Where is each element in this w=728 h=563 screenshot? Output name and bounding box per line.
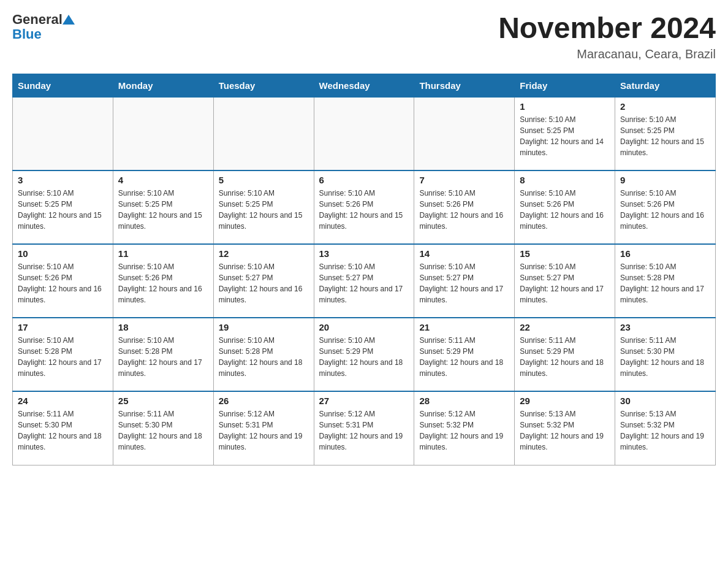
day-number: 29 — [520, 396, 610, 406]
day-info: Sunrise: 5:10 AMSunset: 5:25 PMDaylight:… — [620, 114, 710, 158]
day-number: 23 — [620, 322, 710, 332]
calendar-day-cell: 27Sunrise: 5:12 AMSunset: 5:31 PMDayligh… — [314, 391, 414, 465]
day-info: Sunrise: 5:10 AMSunset: 5:26 PMDaylight:… — [520, 188, 610, 232]
calendar-day-cell: 28Sunrise: 5:12 AMSunset: 5:32 PMDayligh… — [414, 391, 515, 465]
day-number: 18 — [118, 322, 208, 332]
day-number: 7 — [419, 175, 509, 185]
calendar-day-cell — [113, 97, 213, 170]
logo-triangle-icon — [63, 13, 75, 26]
day-number: 17 — [18, 322, 108, 332]
calendar-day-cell: 8Sunrise: 5:10 AMSunset: 5:26 PMDaylight… — [515, 170, 615, 244]
day-info: Sunrise: 5:10 AMSunset: 5:28 PMDaylight:… — [219, 335, 309, 379]
day-number: 8 — [520, 175, 610, 185]
logo-blue: Blue — [12, 27, 75, 42]
calendar-day-cell — [13, 97, 113, 170]
day-info: Sunrise: 5:10 AMSunset: 5:26 PMDaylight:… — [319, 188, 409, 232]
calendar-day-cell: 7Sunrise: 5:10 AMSunset: 5:26 PMDaylight… — [414, 170, 515, 244]
day-info: Sunrise: 5:10 AMSunset: 5:29 PMDaylight:… — [319, 335, 409, 379]
day-number: 5 — [219, 175, 309, 185]
day-info: Sunrise: 5:10 AMSunset: 5:25 PMDaylight:… — [118, 188, 208, 232]
day-info: Sunrise: 5:10 AMSunset: 5:25 PMDaylight:… — [219, 188, 309, 232]
calendar-day-cell: 9Sunrise: 5:10 AMSunset: 5:26 PMDaylight… — [615, 170, 716, 244]
day-number: 10 — [18, 248, 108, 259]
calendar-day-cell: 26Sunrise: 5:12 AMSunset: 5:31 PMDayligh… — [213, 391, 314, 465]
day-number: 3 — [18, 175, 108, 185]
day-info: Sunrise: 5:10 AMSunset: 5:27 PMDaylight:… — [319, 261, 409, 305]
calendar-week-row: 1Sunrise: 5:10 AMSunset: 5:25 PMDaylight… — [13, 97, 716, 170]
logo-general: General — [12, 12, 63, 27]
calendar-day-cell: 29Sunrise: 5:13 AMSunset: 5:32 PMDayligh… — [515, 391, 615, 465]
calendar-week-row: 10Sunrise: 5:10 AMSunset: 5:26 PMDayligh… — [13, 244, 716, 318]
day-number: 28 — [419, 396, 509, 406]
day-info: Sunrise: 5:10 AMSunset: 5:26 PMDaylight:… — [419, 188, 509, 232]
day-of-week-header: Saturday — [615, 74, 716, 97]
calendar-day-cell: 24Sunrise: 5:11 AMSunset: 5:30 PMDayligh… — [13, 391, 113, 465]
calendar-day-cell: 11Sunrise: 5:10 AMSunset: 5:26 PMDayligh… — [113, 244, 213, 318]
day-number: 13 — [319, 248, 409, 259]
day-of-week-header: Friday — [515, 74, 615, 97]
calendar-day-cell: 17Sunrise: 5:10 AMSunset: 5:28 PMDayligh… — [13, 318, 113, 391]
day-info: Sunrise: 5:10 AMSunset: 5:28 PMDaylight:… — [18, 335, 108, 379]
calendar-day-cell: 19Sunrise: 5:10 AMSunset: 5:28 PMDayligh… — [213, 318, 314, 391]
day-number: 9 — [620, 175, 710, 185]
day-number: 19 — [219, 322, 309, 332]
calendar-day-cell: 2Sunrise: 5:10 AMSunset: 5:25 PMDaylight… — [615, 97, 716, 170]
day-number: 12 — [219, 248, 309, 259]
calendar-day-cell: 16Sunrise: 5:10 AMSunset: 5:28 PMDayligh… — [615, 244, 716, 318]
day-info: Sunrise: 5:10 AMSunset: 5:27 PMDaylight:… — [219, 261, 309, 305]
month-title: November 2024 — [498, 12, 716, 45]
day-of-week-header: Thursday — [414, 74, 515, 97]
day-number: 20 — [319, 322, 409, 332]
calendar-day-cell: 22Sunrise: 5:11 AMSunset: 5:29 PMDayligh… — [515, 318, 615, 391]
day-number: 15 — [520, 248, 610, 259]
day-number: 14 — [419, 248, 509, 259]
calendar-day-cell: 15Sunrise: 5:10 AMSunset: 5:27 PMDayligh… — [515, 244, 615, 318]
calendar-day-cell — [213, 97, 314, 170]
day-info: Sunrise: 5:10 AMSunset: 5:28 PMDaylight:… — [620, 261, 710, 305]
day-number: 22 — [520, 322, 610, 332]
day-info: Sunrise: 5:11 AMSunset: 5:29 PMDaylight:… — [419, 335, 509, 379]
svg-marker-0 — [63, 15, 75, 25]
day-number: 24 — [18, 396, 108, 406]
day-info: Sunrise: 5:10 AMSunset: 5:27 PMDaylight:… — [419, 261, 509, 305]
day-of-week-header: Sunday — [13, 74, 113, 97]
day-number: 11 — [118, 248, 208, 259]
day-info: Sunrise: 5:10 AMSunset: 5:25 PMDaylight:… — [520, 114, 610, 158]
calendar-header-row: SundayMondayTuesdayWednesdayThursdayFrid… — [13, 74, 716, 97]
day-info: Sunrise: 5:10 AMSunset: 5:26 PMDaylight:… — [18, 261, 108, 305]
day-info: Sunrise: 5:10 AMSunset: 5:27 PMDaylight:… — [520, 261, 610, 305]
calendar-week-row: 3Sunrise: 5:10 AMSunset: 5:25 PMDaylight… — [13, 170, 716, 244]
day-info: Sunrise: 5:12 AMSunset: 5:32 PMDaylight:… — [419, 408, 509, 453]
calendar-table: SundayMondayTuesdayWednesdayThursdayFrid… — [12, 74, 716, 465]
calendar-day-cell: 6Sunrise: 5:10 AMSunset: 5:26 PMDaylight… — [314, 170, 414, 244]
calendar-week-row: 17Sunrise: 5:10 AMSunset: 5:28 PMDayligh… — [13, 318, 716, 391]
page-header: General Blue November 2024 Maracanau, Ce… — [12, 12, 716, 61]
calendar-day-cell: 25Sunrise: 5:11 AMSunset: 5:30 PMDayligh… — [113, 391, 213, 465]
calendar-day-cell: 20Sunrise: 5:10 AMSunset: 5:29 PMDayligh… — [314, 318, 414, 391]
day-of-week-header: Monday — [113, 74, 213, 97]
calendar-day-cell — [414, 97, 515, 170]
day-number: 4 — [118, 175, 208, 185]
day-info: Sunrise: 5:11 AMSunset: 5:30 PMDaylight:… — [620, 335, 710, 379]
day-info: Sunrise: 5:13 AMSunset: 5:32 PMDaylight:… — [620, 408, 710, 453]
day-number: 30 — [620, 396, 710, 406]
location: Maracanau, Ceara, Brazil — [498, 47, 716, 61]
day-info: Sunrise: 5:11 AMSunset: 5:29 PMDaylight:… — [520, 335, 610, 379]
calendar-day-cell — [314, 97, 414, 170]
day-number: 16 — [620, 248, 710, 259]
calendar-day-cell: 30Sunrise: 5:13 AMSunset: 5:32 PMDayligh… — [615, 391, 716, 465]
title-area: November 2024 Maracanau, Ceara, Brazil — [498, 12, 716, 61]
day-number: 27 — [319, 396, 409, 406]
day-number: 26 — [219, 396, 309, 406]
calendar-day-cell: 3Sunrise: 5:10 AMSunset: 5:25 PMDaylight… — [13, 170, 113, 244]
day-info: Sunrise: 5:10 AMSunset: 5:25 PMDaylight:… — [18, 188, 108, 232]
day-info: Sunrise: 5:13 AMSunset: 5:32 PMDaylight:… — [520, 408, 610, 453]
day-info: Sunrise: 5:12 AMSunset: 5:31 PMDaylight:… — [319, 408, 409, 453]
calendar-day-cell: 23Sunrise: 5:11 AMSunset: 5:30 PMDayligh… — [615, 318, 716, 391]
day-info: Sunrise: 5:12 AMSunset: 5:31 PMDaylight:… — [219, 408, 309, 453]
calendar-day-cell: 10Sunrise: 5:10 AMSunset: 5:26 PMDayligh… — [13, 244, 113, 318]
day-of-week-header: Tuesday — [213, 74, 314, 97]
logo-text: General Blue — [12, 12, 75, 42]
calendar-week-row: 24Sunrise: 5:11 AMSunset: 5:30 PMDayligh… — [13, 391, 716, 465]
calendar-day-cell: 21Sunrise: 5:11 AMSunset: 5:29 PMDayligh… — [414, 318, 515, 391]
